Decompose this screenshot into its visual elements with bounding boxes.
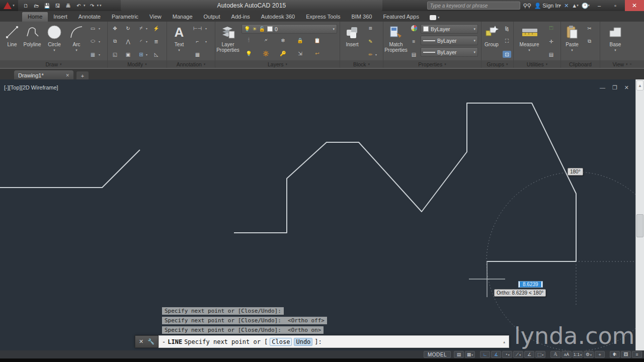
hatch-icon[interactable]: ▦ — [89, 51, 97, 58]
lineweight-dropdown-icon[interactable]: ▾ — [473, 39, 475, 43]
array-icon[interactable]: ⊞ — [137, 51, 145, 58]
layer-off-icon[interactable]: 🕯 — [245, 37, 253, 44]
trim-dropdown-icon[interactable]: ▾ — [146, 27, 147, 30]
signin-avatar-icon[interactable]: 👤 Sign In ▾ — [534, 3, 561, 9]
linetype-dropdown-icon[interactable]: ▾ — [473, 50, 475, 54]
layer-unlock-all-icon[interactable]: 🔑 — [279, 50, 287, 57]
layer-lock-icon[interactable]: 🔒 — [296, 37, 304, 44]
qat-customize-icon[interactable]: ▾ — [100, 4, 102, 8]
block-editor-dropdown-icon[interactable]: ▾ — [375, 53, 377, 56]
arc-button[interactable]: Arc ▾ — [66, 23, 87, 53]
tab-parametric[interactable]: Parametric — [106, 12, 144, 22]
close-option-chip[interactable]: Close — [270, 338, 292, 346]
insert-button[interactable]: Insert — [342, 23, 362, 47]
match-properties-button[interactable]: Match Properties — [384, 23, 408, 53]
object-snap-tracking-icon[interactable]: ⟋▾ — [513, 351, 523, 358]
panel-label-modify[interactable]: Modify▾ — [108, 60, 167, 68]
group-edit-icon[interactable]: ⛶ — [503, 38, 511, 45]
scrollbar-thumb[interactable] — [636, 214, 643, 237]
layer-unisolate-icon[interactable]: 💡 — [245, 50, 253, 57]
panel-overflow-icon[interactable]: » — [630, 62, 632, 66]
drawing-canvas[interactable]: [-][Top][2D Wireframe] — ❐ ✕ 180° 8.6239… — [0, 79, 644, 350]
table-icon[interactable]: ▦ — [193, 51, 202, 58]
make-current-icon[interactable]: 📋 — [313, 37, 321, 44]
mirror-icon[interactable]: ⋀ — [124, 38, 132, 45]
layer-match-icon[interactable]: ⇲ — [296, 50, 304, 57]
viewport-minimize-icon[interactable]: — — [600, 84, 605, 91]
command-customize-icon[interactable]: 🔧 — [147, 338, 154, 345]
viewport-view-control[interactable]: [Top] — [9, 84, 21, 90]
panel-label-view[interactable]: View▾» — [600, 60, 644, 68]
tab-manage[interactable]: Manage — [167, 12, 198, 22]
command-close-icon[interactable]: ✕ — [139, 338, 143, 345]
dimension-icon[interactable]: ⊢⊣ — [193, 25, 202, 32]
object-color-combo[interactable]: ByLayer ▾ — [421, 24, 478, 34]
lineweight-combo[interactable]: ByLayer ▾ — [421, 36, 478, 45]
annotation-scale-button[interactable]: 1:1▾ — [573, 351, 583, 358]
recent-commands-icon[interactable]: ▴ — [503, 339, 506, 344]
redo-icon[interactable]: ↷ — [89, 3, 96, 9]
tab-annotate[interactable]: Annotate — [73, 12, 106, 22]
layer-thaw-all-icon[interactable]: 🔆 — [262, 50, 270, 57]
file-tab-drawing1[interactable]: Drawing1* ✕ — [14, 70, 73, 80]
redo-dropdown-icon[interactable]: ▾ — [97, 4, 99, 8]
offset-icon[interactable]: ≣ — [152, 38, 160, 45]
open-file-icon[interactable]: 🗁 — [33, 3, 40, 9]
layer-combo-dropdown-icon[interactable]: ▾ — [333, 27, 335, 31]
plot-icon[interactable]: 🖶 — [64, 3, 72, 9]
tab-bim360[interactable]: BIM 360 — [346, 12, 377, 22]
selection-cycling-icon[interactable]: ⬚▾ — [535, 351, 545, 358]
rectangle-dropdown-icon[interactable]: ▾ — [99, 27, 100, 30]
move-icon[interactable]: ✥ — [111, 25, 119, 32]
tab-view[interactable]: View — [144, 12, 167, 22]
undo-icon[interactable]: ↶ — [75, 3, 83, 9]
viewport-restore-icon[interactable]: ❐ — [612, 84, 617, 91]
command-line-grip[interactable]: ✕ 🔧 — [135, 335, 158, 348]
circle-dropdown-icon[interactable]: ▾ — [44, 47, 64, 53]
trim-icon[interactable]: ⌿ — [137, 25, 145, 32]
workspace-switching-icon[interactable]: ⚙▾ — [584, 351, 594, 358]
close-button[interactable]: ✕ — [625, 0, 644, 11]
leader-icon[interactable]: ⌐ — [193, 38, 202, 45]
new-file-icon[interactable]: 🗋 — [22, 3, 30, 9]
fillet-dropdown-icon[interactable]: ▾ — [146, 40, 147, 43]
undo-option-chip[interactable]: Undo — [294, 338, 312, 346]
paste-button[interactable]: Paste ▾ — [562, 23, 582, 53]
panel-label-clipboard[interactable]: Clipboard — [561, 60, 600, 68]
undo-dropdown-icon[interactable]: ▾ — [84, 4, 86, 8]
define-attributes-icon[interactable]: ✎ — [366, 38, 375, 45]
panel-label-draw[interactable]: Draw▾ — [0, 60, 107, 68]
help-search-input[interactable] — [427, 2, 520, 10]
isometric-drafting-icon[interactable]: ◔▾ — [502, 351, 512, 358]
isolate-objects-icon[interactable]: 🗣 — [610, 351, 620, 358]
chamfer-icon[interactable]: ◺ — [152, 51, 160, 58]
line-button[interactable]: Line — [2, 23, 22, 47]
fillet-icon[interactable]: ◜ — [137, 38, 145, 45]
panel-label-groups[interactable]: Groups▾ — [481, 60, 513, 68]
search-binoculars-icon[interactable]: ⚲⚲ — [523, 3, 531, 9]
rotate-icon[interactable]: ↻ — [124, 25, 132, 32]
ortho-toggle-icon[interactable]: ∟ — [480, 351, 490, 358]
panel-label-annotation[interactable]: Annotation▾ — [167, 60, 215, 68]
panel-label-block[interactable]: Block▾ — [340, 60, 383, 68]
dimension-dropdown-icon[interactable]: ▾ — [205, 27, 207, 30]
cut-icon[interactable]: ✂ — [585, 25, 594, 32]
new-drawing-tab-button[interactable]: + — [76, 71, 89, 80]
hatch-dropdown-icon[interactable]: ▾ — [99, 53, 100, 56]
polar-tracking-icon[interactable]: ∡ — [491, 351, 501, 358]
ellipse-icon[interactable]: ⬭ — [89, 38, 97, 45]
stretch-icon[interactable]: ◱ — [111, 51, 119, 58]
base-dropdown-icon[interactable]: ▾ — [605, 47, 625, 53]
tab-autodesk360[interactable]: Autodesk 360 — [256, 12, 300, 22]
restore-button[interactable]: ▫ — [609, 1, 622, 10]
leader-dropdown-icon[interactable]: ▾ — [205, 40, 207, 43]
group-selection-toggle-icon[interactable]: ⊡ — [503, 51, 511, 58]
help-icon[interactable]: 🕐▾ — [582, 3, 590, 9]
ellipse-dropdown-icon[interactable]: ▾ — [99, 40, 100, 43]
plus-icon[interactable]: ＋ — [595, 351, 605, 358]
base-button[interactable]: Base ▾ — [605, 23, 625, 53]
tab-home[interactable]: Home — [22, 12, 48, 22]
viewport-close-icon[interactable]: ✕ — [624, 84, 629, 91]
graphics-performance-icon[interactable]: 🖼 — [621, 351, 631, 358]
exchange-apps-icon[interactable]: ▲▾ — [572, 3, 578, 9]
